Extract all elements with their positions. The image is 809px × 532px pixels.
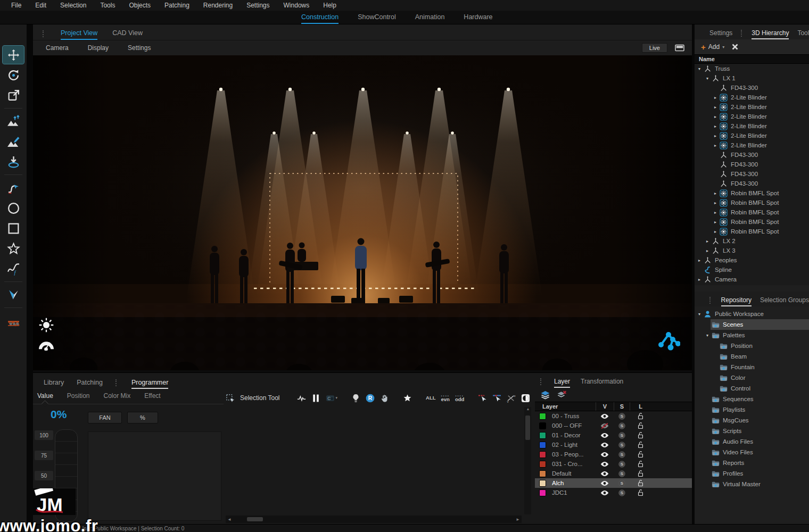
collapse-arrow-icon[interactable]: ▾	[696, 66, 703, 71]
live-button[interactable]: Live	[642, 43, 667, 53]
layer-color-swatch[interactable]	[539, 451, 546, 458]
add-object-button[interactable]: + Add ▾	[701, 43, 724, 52]
layer-row-00-truss[interactable]: 00 - TrussS	[535, 411, 692, 421]
hierarchy-row-truss[interactable]: ▾Truss	[695, 64, 809, 73]
expand-arrow-icon[interactable]: ▸	[704, 239, 711, 244]
menu-rendering[interactable]: Rendering	[196, 2, 240, 9]
programmer-subtab-color-mix[interactable]: Color Mix	[104, 392, 131, 400]
layer-lock-open-icon[interactable]	[630, 412, 651, 420]
layer-row-031-cro[interactable]: 031 - Cro...S	[535, 459, 692, 469]
layer-lock-open-icon[interactable]	[630, 451, 651, 458]
hierarchy-row-robin-bmfl-spot[interactable]: ▸Robin BMFL Spot	[695, 227, 809, 236]
rectangle-tool-icon[interactable]	[3, 219, 24, 237]
vertical-scrollbar[interactable]: ▲	[524, 407, 531, 514]
repository-row-position[interactable]: Position	[695, 340, 809, 351]
axis-constraint-icon[interactable]: xy	[507, 394, 516, 403]
layer-row-default[interactable]: DefaultS	[535, 469, 692, 478]
expand-arrow-icon[interactable]: ▸	[712, 95, 719, 100]
fader-scale-75[interactable]: 75	[35, 451, 53, 460]
terrain-paint-tool-icon[interactable]	[3, 132, 24, 151]
programmer-subtab-value[interactable]: Value	[37, 392, 53, 400]
pan-hand-icon[interactable]	[380, 394, 389, 403]
layer-row-03-peop[interactable]: 03 - Peop...S	[535, 450, 692, 459]
hierarchy-row-fd43-300[interactable]: FD43-300	[695, 160, 809, 169]
hierarchy-row-2-lite-blinder[interactable]: ▸2-Lite Blinder	[695, 131, 809, 140]
layer-solo-badge-icon[interactable]: S	[614, 422, 630, 429]
layer-visibility-eye-icon[interactable]	[596, 442, 614, 448]
truss-builder-tool-icon[interactable]	[3, 312, 24, 330]
viewport-menu-camera[interactable]: Camera	[46, 44, 69, 52]
layer-color-swatch[interactable]	[539, 480, 546, 487]
layer-row-02-light[interactable]: 02 - LightS	[535, 440, 692, 450]
repository-row-scenes[interactable]: Scenes	[695, 319, 809, 330]
hierarchy-row-spline[interactable]: Spline	[695, 265, 809, 275]
layer-color-swatch[interactable]	[539, 489, 546, 496]
all-button[interactable]: ALL	[426, 396, 435, 400]
repository-row-msgcues[interactable]: MsgCues	[695, 415, 809, 426]
layer-visibility-eye-icon[interactable]	[596, 413, 614, 419]
drop-to-ground-tool-icon[interactable]	[3, 153, 24, 171]
favorite-star-icon[interactable]	[403, 394, 412, 403]
menu-file[interactable]: File	[4, 2, 28, 9]
menu-objects[interactable]: Objects	[122, 2, 158, 9]
collapse-arrow-icon[interactable]: ▾	[696, 312, 703, 317]
expand-arrow-icon[interactable]: ▸	[712, 201, 719, 205]
hierarchy-row-fd43-300[interactable]: FD43-300	[695, 83, 809, 93]
odd-button[interactable]: ••••odd	[455, 395, 464, 402]
collapse-arrow-icon[interactable]: ▾	[704, 333, 711, 338]
hierarchy-row-robin-bmfl-spot[interactable]: ▸Robin BMFL Spot	[695, 198, 809, 207]
layer-row-jdc1[interactable]: JDC1S	[535, 488, 692, 497]
layer-solo-badge-icon[interactable]: S	[614, 470, 630, 477]
menu-patching[interactable]: Patching	[158, 2, 196, 9]
terrain-raise-tool-icon[interactable]	[3, 112, 24, 130]
menu-settings[interactable]: Settings	[240, 2, 276, 9]
layer-solo-badge-icon[interactable]: S	[614, 480, 630, 487]
add-layer-icon[interactable]	[540, 390, 550, 400]
hierarchy-row-robin-bmfl-spot[interactable]: ▸Robin BMFL Spot	[695, 217, 809, 227]
collapse-arrow-icon[interactable]: ▾	[704, 76, 711, 81]
keyframe-pulse-icon[interactable]	[297, 394, 306, 403]
layer-lock-open-icon[interactable]	[630, 489, 651, 496]
layer-visibility-eye-icon[interactable]	[596, 490, 614, 496]
node-gizmo-icon[interactable]	[656, 331, 680, 353]
render-quality-gauge-icon[interactable]	[37, 336, 55, 351]
repository-row-audio-files[interactable]: Audio Files	[695, 436, 809, 447]
rotate-tool-icon[interactable]	[3, 66, 24, 84]
percent-button[interactable]: %	[127, 412, 158, 423]
hierarchy-row-camera[interactable]: ▸Camera	[695, 275, 809, 284]
cycle-mode-dropdown-icon[interactable]: C	[326, 394, 335, 403]
hierarchy-row-peoples[interactable]: ▸Peoples	[695, 255, 809, 265]
programmer-subtab-position[interactable]: Position	[67, 392, 90, 400]
scrollbar-thumb[interactable]	[525, 415, 530, 440]
view-tab-project-view[interactable]: Project View	[61, 29, 97, 40]
programmer-tab-library[interactable]: Library	[44, 379, 64, 389]
hierarchy-row-robin-bmfl-spot[interactable]: ▸Robin BMFL Spot	[695, 188, 809, 198]
workspace-tab-construction[interactable]: Construction	[301, 13, 339, 24]
repository-row-control[interactable]: Control	[695, 383, 809, 394]
layer-solo-badge-icon[interactable]: S	[614, 413, 630, 420]
repository-row-playlists[interactable]: Playlists	[695, 404, 809, 415]
hierarchy-row-2-lite-blinder[interactable]: ▸2-Lite Blinder	[695, 93, 809, 102]
layer-solo-badge-icon[interactable]: S	[614, 432, 630, 439]
hierarchy-row-robin-bmfl-spot[interactable]: ▸Robin BMFL Spot	[695, 207, 809, 217]
highlight-lamp-icon[interactable]	[351, 394, 360, 403]
workspace-tab-showcontrol[interactable]: ShowControl	[358, 13, 396, 24]
viewport-menu-display[interactable]: Display	[88, 44, 109, 52]
move-tool-icon[interactable]	[3, 46, 24, 64]
layer-lock-open-icon[interactable]	[630, 431, 651, 439]
repository-row-virtual-master[interactable]: Virtual Master	[695, 479, 809, 489]
delete-layer-icon[interactable]	[557, 390, 567, 400]
repository-tab-repository[interactable]: Repository	[721, 296, 752, 306]
repository-row-color[interactable]: Color	[695, 372, 809, 383]
selection-marquee-icon[interactable]	[226, 394, 235, 403]
hierarchy-tab-tool[interactable]: Tool	[797, 29, 809, 39]
layer-lock-open-icon[interactable]	[630, 460, 651, 468]
menu-help[interactable]: Help	[316, 2, 343, 9]
programmer-tab-patching[interactable]: Patching	[77, 379, 103, 389]
hierarchy-row-lx-3[interactable]: ▸LX 3	[695, 246, 809, 255]
layer-color-swatch[interactable]	[539, 442, 546, 448]
layer-lock-open-icon[interactable]	[630, 422, 651, 429]
menu-selection[interactable]: Selection	[53, 2, 93, 9]
layer-visibility-eye-icon[interactable]	[596, 433, 614, 438]
menu-edit[interactable]: Edit	[28, 2, 53, 9]
